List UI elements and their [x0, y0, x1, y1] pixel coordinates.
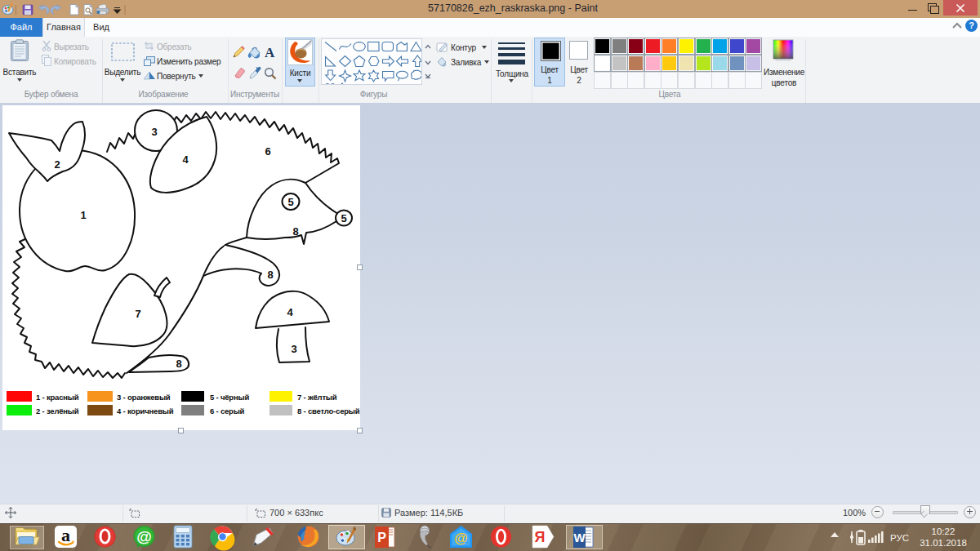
svg-text:7 - жёлтый: 7 - жёлтый [297, 393, 337, 402]
svg-text:2 - зелёный: 2 - зелёный [36, 407, 79, 415]
svg-text:4: 4 [182, 153, 189, 166]
svg-text:1: 1 [80, 209, 86, 221]
svg-text:P: P [377, 531, 386, 544]
svg-text:1 - красный: 1 - красный [36, 393, 79, 402]
svg-text:10:22: 10:22 [932, 527, 956, 536]
svg-text:2: 2 [54, 158, 60, 171]
svg-text:РУС: РУС [890, 533, 909, 543]
svg-text:5: 5 [341, 212, 346, 224]
svg-text:W: W [573, 531, 586, 544]
svg-text:8 - светло-серый: 8 - светло-серый [297, 407, 360, 415]
svg-text:31.01.2018: 31.01.2018 [920, 538, 967, 548]
svg-text:Я: Я [535, 529, 546, 545]
svg-text:5: 5 [287, 196, 293, 208]
svg-text:8: 8 [176, 358, 181, 370]
svg-text:3 - оранжевый: 3 - оранжевый [117, 393, 171, 402]
svg-text:3: 3 [291, 343, 296, 355]
svg-text:7: 7 [135, 308, 140, 320]
svg-text:6 - серый: 6 - серый [210, 407, 245, 415]
svg-text:8: 8 [292, 225, 298, 238]
svg-text:5 - чёрный: 5 - чёрный [210, 393, 249, 402]
svg-text:4 - коричневый: 4 - коричневый [117, 407, 174, 415]
svg-text:a: a [61, 525, 70, 545]
svg-text:3: 3 [151, 126, 157, 138]
svg-text:8: 8 [267, 269, 273, 281]
svg-text:4: 4 [287, 306, 293, 318]
svg-text:6: 6 [265, 145, 270, 158]
svg-text:@: @ [136, 528, 152, 545]
svg-text:@: @ [454, 531, 468, 546]
